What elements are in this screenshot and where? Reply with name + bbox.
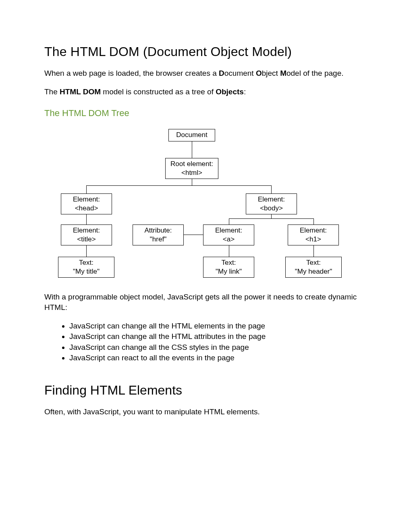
node-element-head: Element: <head> [61, 193, 112, 214]
text: The [44, 87, 60, 96]
after-diagram-paragraph: With a programmable object model, JavaSc… [44, 292, 367, 312]
text: ocument [224, 69, 256, 77]
node-label-line2: <html> [181, 169, 202, 177]
node-element-h1: Element: <h1> [288, 224, 339, 245]
node-root-html: Root element: <html> [165, 158, 218, 179]
text: bject [262, 69, 280, 77]
node-label-line1: Element: [73, 195, 100, 203]
list-item: JavaScript can react to all the events i… [69, 353, 367, 364]
node-label-line2: "My title" [73, 268, 100, 275]
node-document: Document [168, 129, 215, 141]
bold-html-dom: HTML DOM [60, 87, 101, 96]
node-element-body: Element: <body> [246, 193, 297, 214]
intro-paragraph: When a web page is loaded, the browser c… [44, 68, 367, 79]
node-label-line1: Element: [215, 227, 242, 234]
bold-d: D [219, 69, 224, 77]
bold-o: O [256, 69, 262, 77]
node-label-line1: Element: [73, 227, 100, 234]
node-label-line2: <head> [75, 204, 98, 212]
node-label-line2: "My link" [216, 268, 242, 275]
text: When a web page is loaded, the browser c… [44, 69, 219, 77]
list-item: JavaScript can change all the HTML attri… [69, 331, 367, 342]
list-item: JavaScript can change all the CSS styles… [69, 342, 367, 353]
node-label-line2: <body> [260, 204, 283, 212]
node-element-title: Element: <title> [61, 224, 112, 245]
finding-elements-paragraph: Often, with JavaScript, you want to mani… [44, 407, 367, 417]
text: model is constructed as a tree of [101, 87, 216, 96]
tree-of-objects-paragraph: The HTML DOM model is constructed as a t… [44, 87, 367, 97]
capabilities-list: JavaScript can change all the HTML eleme… [44, 321, 367, 364]
node-label-line1: Text: [222, 259, 236, 266]
dom-tree-diagram: Document Root element: <html> Element: <… [49, 126, 339, 279]
node-label-line2: <h1> [305, 235, 321, 243]
bold-m: M [280, 69, 286, 77]
node-label-line1: Element: [300, 227, 327, 234]
node-label-line2: <a> [223, 235, 235, 243]
node-label-line1: Text: [306, 259, 321, 266]
node-label-line2: "href" [150, 235, 166, 243]
text: : [244, 87, 246, 96]
node-element-a: Element: <a> [203, 224, 254, 245]
node-label-line1: Element: [258, 195, 285, 203]
node-label-line1: Root element: [170, 160, 213, 168]
node-text-my-title: Text: "My title" [58, 257, 114, 278]
list-item: JavaScript can change all the HTML eleme… [69, 321, 367, 332]
text: odel of the page. [286, 69, 344, 77]
node-attribute-href: Attribute: "href" [133, 224, 184, 245]
dom-tree-subhead: The HTML DOM Tree [44, 108, 367, 118]
node-text-my-link: Text: "My link" [203, 257, 254, 278]
node-label-line2: <title> [77, 235, 95, 243]
page-title: The HTML DOM (Document Object Model) [44, 44, 367, 59]
finding-elements-heading: Finding HTML Elements [44, 383, 367, 398]
node-label-line1: Text: [79, 259, 93, 266]
bold-objects: Objects [216, 87, 244, 96]
node-label-line2: "My header" [295, 268, 332, 275]
node-label-line1: Attribute: [144, 227, 172, 234]
node-text-my-header: Text: "My header" [285, 257, 342, 278]
node-label: Document [176, 131, 207, 139]
